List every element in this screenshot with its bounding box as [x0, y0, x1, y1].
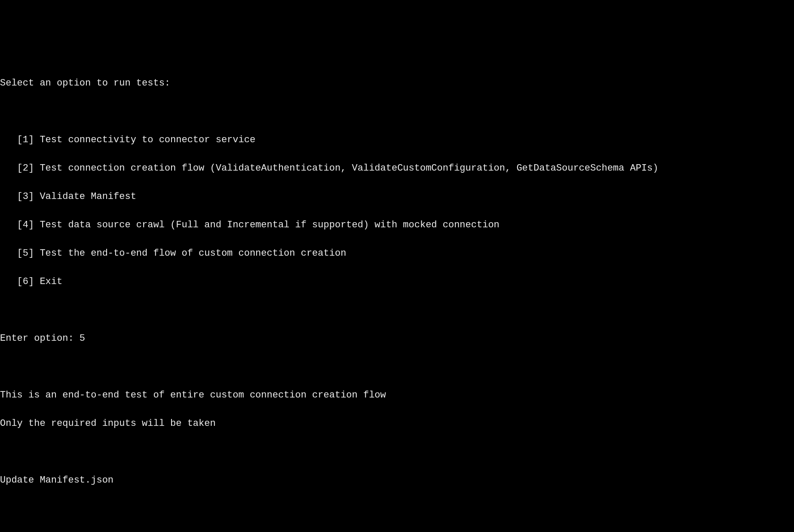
menu-option-2: [2] Test connection creation flow (Valid… — [0, 161, 794, 175]
enter-option-value: 5 — [80, 333, 85, 344]
blank-line — [0, 104, 794, 119]
terminal-output[interactable]: Select an option to run tests: [1] Test … — [0, 57, 794, 532]
description-line-1: This is an end-to-end test of entire cus… — [0, 388, 794, 402]
menu-option-6: [6] Exit — [0, 275, 794, 289]
enter-option-line: Enter option: 5 — [0, 331, 794, 345]
menu-header: Select an option to run tests: — [0, 76, 794, 90]
blank-line — [0, 303, 794, 317]
blank-line — [0, 501, 794, 516]
blank-line — [0, 445, 794, 459]
menu-option-3: [3] Validate Manifest — [0, 190, 794, 204]
enter-option-label: Enter option: — [0, 333, 80, 344]
update-manifest-line: Update Manifest.json — [0, 473, 794, 487]
menu-option-1: [1] Test connectivity to connector servi… — [0, 133, 794, 147]
menu-option-4: [4] Test data source crawl (Full and Inc… — [0, 218, 794, 232]
menu-option-5: [5] Test the end-to-end flow of custom c… — [0, 246, 794, 260]
blank-line — [0, 530, 794, 532]
description-line-2: Only the required inputs will be taken — [0, 416, 794, 431]
blank-line — [0, 360, 794, 374]
